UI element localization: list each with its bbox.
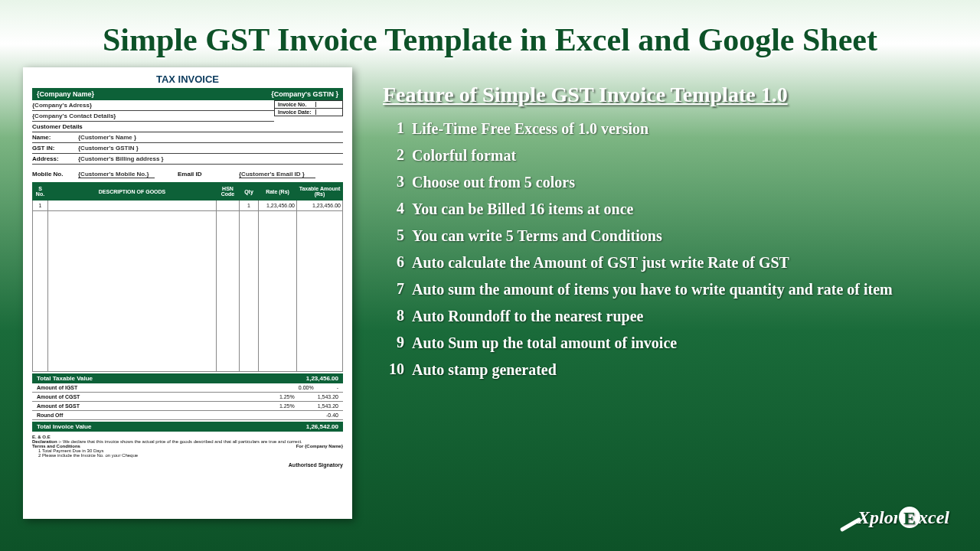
feature-number: 5 <box>383 227 404 244</box>
company-name: {Company Name} <box>37 90 94 98</box>
feature-number: 2 <box>383 146 404 164</box>
roundoff-label: Round Off <box>37 412 63 418</box>
cgst-val: 1,543.20 <box>318 394 338 399</box>
cgst-pct: 1.25% <box>279 394 295 399</box>
roundoff-val: -0.40 <box>326 412 338 418</box>
features-panel: Feature of Simple GST Invoice Template 1… <box>352 67 957 519</box>
invoice-footer: E. & O.E Declaration :- We declare that … <box>32 435 343 468</box>
brand-logo: Xplor E xcel <box>839 505 949 530</box>
cgst-row: Amount of CGST1.25%1,543.20 <box>32 393 343 402</box>
company-address: {Company's Adress} <box>32 102 92 109</box>
feature-item: 2Colorful format <box>383 146 957 165</box>
sgst-row: Amount of SGST1.25%1,543.20 <box>32 402 343 411</box>
col-amount: Taxable Amount (Rs) <box>297 183 343 201</box>
col-desc: DESCRIPTION OF GOODS <box>48 183 217 201</box>
cell-amount: 1,23,456.00 <box>297 201 343 211</box>
cust-email: {Customer's Email ID } <box>239 171 315 178</box>
feature-number: 3 <box>383 173 404 191</box>
feature-number: 6 <box>383 253 404 271</box>
sgst-pct: 1.25% <box>279 403 295 409</box>
cust-name: {Customer's Name } <box>78 134 136 141</box>
feature-item: 5You can write 5 Terms and Conditions <box>383 227 957 246</box>
feature-item: 8Auto Roundoff to the nearest rupee <box>383 307 957 326</box>
feature-number: 4 <box>383 200 404 217</box>
feature-item: 9Auto Sum up the total amount of invoice <box>383 334 957 353</box>
cust-mobile: {Customer's Mobile No.} <box>78 171 155 178</box>
logo-text-1: Xplor <box>858 507 900 528</box>
cust-gstin-label: GST IN: <box>32 145 78 152</box>
cust-addr: {Customer's Billing address } <box>78 155 164 162</box>
cgst-label: Amount of CGST <box>37 394 80 399</box>
cust-gstin: {Customer's GSTIN } <box>78 145 139 152</box>
table-row: 1 1 1,23,456.00 1,23,456.00 <box>33 201 343 211</box>
feature-item: 7Auto sum the amount of items you have t… <box>383 280 957 299</box>
total-invoice-row: Total Invoice Value 1,26,542.00 <box>32 422 343 432</box>
col-hsn: HSN Code <box>217 183 240 201</box>
igst-pct: 0.00% <box>299 385 314 390</box>
feature-item: 1Life-Time Free Excess of 1.0 version <box>383 119 957 139</box>
cust-addr-label: Address: <box>32 155 78 162</box>
feature-item: 10Auto stamp generated <box>383 360 957 380</box>
col-rate: Rate (Rs) <box>259 183 297 201</box>
feature-number: 1 <box>383 119 404 137</box>
invoice-doc-title: TAX INVOICE <box>32 73 343 85</box>
logo-text-2: xcel <box>919 507 949 528</box>
invoice-date-label: Invoice Date: <box>278 109 316 115</box>
igst-val: - <box>337 385 338 390</box>
cell-rate: 1,23,456.00 <box>259 201 297 211</box>
total-invoice-value: 1,26,542.00 <box>306 423 338 430</box>
company-contact: {Company's Contact Details} <box>32 112 116 119</box>
feature-text: Auto sum the amount of items you have to… <box>412 280 957 299</box>
total-taxable-label: Total Taxable Value <box>37 375 93 382</box>
invoice-items-table: S No. DESCRIPTION OF GOODS HSN Code Qty … <box>32 182 343 372</box>
cust-name-label: Name: <box>32 134 78 141</box>
feature-text: Colorful format <box>412 146 957 165</box>
sgst-val: 1,543.20 <box>318 403 338 409</box>
page-title: Simple GST Invoice Template in Excel and… <box>0 0 980 67</box>
invoice-preview: TAX INVOICE {Company Name} {Company's GS… <box>23 67 352 519</box>
feature-text: Auto Roundoff to the nearest rupee <box>412 307 957 326</box>
invoice-company-header: {Company Name} {Company's GSTIN } <box>32 88 343 100</box>
features-list: 1Life-Time Free Excess of 1.0 version2Co… <box>383 119 957 380</box>
igst-row: Amount of IGST0.00%- <box>32 383 343 393</box>
feature-number: 9 <box>383 334 404 351</box>
feature-item: 4You can be Billed 16 items at once <box>383 200 957 219</box>
features-title: Feature of Simple GST Invoice Template 1… <box>383 83 957 107</box>
feature-text: Choose out from 5 colors <box>412 173 957 192</box>
feature-number: 7 <box>383 280 404 298</box>
roundoff-row: Round Off-0.40 <box>32 411 343 420</box>
feature-text: Auto Sum up the total amount of invoice <box>412 334 957 353</box>
company-gstin: {Company's GSTIN } <box>271 90 338 98</box>
total-taxable-row: Total Taxable Value 1,23,456.00 <box>32 373 343 383</box>
term-2: 2 Please include the Invoice No. on your… <box>32 453 138 458</box>
sgst-label: Amount of SGST <box>37 403 80 409</box>
col-sno: S No. <box>33 183 48 201</box>
signatory-label: Authorised Signatory <box>32 462 343 468</box>
feature-item: 3Choose out from 5 colors <box>383 173 957 192</box>
total-invoice-label: Total Invoice Value <box>37 423 91 430</box>
feature-text: You can be Billed 16 items at once <box>412 200 957 219</box>
feature-text: You can write 5 Terms and Conditions <box>412 227 957 246</box>
total-taxable-value: 1,23,456.00 <box>306 375 338 382</box>
feature-text: Auto calculate the Amount of GST just wr… <box>412 253 957 272</box>
cust-email-label: Email ID <box>178 171 224 178</box>
feature-text: Life-Time Free Excess of 1.0 version <box>412 119 957 139</box>
for-company: For {Company Name} <box>296 444 343 448</box>
col-qty: Qty <box>240 183 259 201</box>
invoice-no-label: Invoice No. <box>278 102 316 107</box>
feature-text: Auto stamp generated <box>412 360 957 380</box>
customer-section-label: Customer Details <box>32 122 343 132</box>
feature-item: 6Auto calculate the Amount of GST just w… <box>383 253 957 272</box>
content-area: TAX INVOICE {Company Name} {Company's GS… <box>0 67 980 519</box>
cell-qty: 1 <box>240 201 259 211</box>
igst-label: Amount of IGST <box>37 385 77 390</box>
feature-number: 10 <box>383 360 404 378</box>
cust-mobile-label: Mobile No. <box>32 171 78 178</box>
feature-number: 8 <box>383 307 404 324</box>
invoice-meta-box: Invoice No. Invoice Date: <box>274 100 343 116</box>
cell-sno: 1 <box>33 201 48 211</box>
